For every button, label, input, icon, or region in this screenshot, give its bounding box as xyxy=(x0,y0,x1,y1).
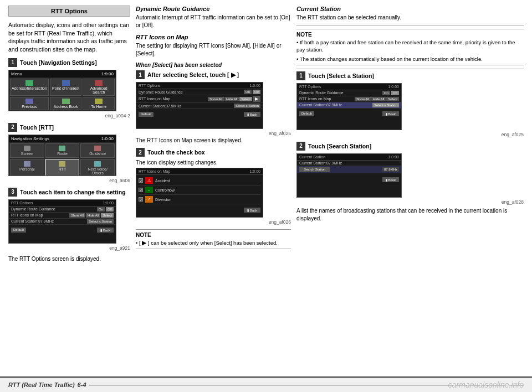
nav-settings-screen: Navigation Settings 1:0:00 Screen Route … xyxy=(8,135,116,176)
nav-item-address-book[interactable]: Address Book xyxy=(50,97,82,110)
mid-step1-cap: eng_af025 xyxy=(136,131,291,136)
controlflow-checkbox[interactable]: ✓ xyxy=(139,188,143,192)
right-show-all[interactable]: Show All xyxy=(355,97,371,101)
right-select-map[interactable]: Select xyxy=(386,97,399,101)
nav-setting-guidance[interactable]: Guidance xyxy=(80,143,115,158)
nav-setting-personal[interactable]: Personal xyxy=(10,159,44,176)
back-btn-left[interactable]: ▮ Back xyxy=(97,228,114,233)
right-divider-bottom xyxy=(296,69,524,69)
nav-item-address[interactable]: Address/Intersection xyxy=(10,79,49,96)
cs-freq: 87.9MHz xyxy=(382,167,399,172)
right-rtt-title: RTT Options xyxy=(299,85,321,89)
right-step2: 2 Touch [Search Station] Current Station… xyxy=(296,142,524,223)
rtt-row1-label: Dynamic Route Guidance xyxy=(11,207,97,211)
right-step2-cap: eng_af028 xyxy=(296,199,524,205)
cs-back-btn[interactable]: ▮ Book xyxy=(382,177,399,182)
content-area: RTT Options Automatic display, icons and… xyxy=(0,0,532,376)
diversion-icon: ↗ xyxy=(145,196,153,203)
rtt-off-btn[interactable]: Off xyxy=(106,207,114,212)
rtt-on-btn[interactable]: On xyxy=(97,207,105,212)
rtt-icons-title: RTT Icons on Map xyxy=(136,34,291,40)
left-step2-header: 2 Touch [RTT] xyxy=(8,123,130,132)
rtt-row1-mid: Dynamic Route Guidance xyxy=(139,90,244,94)
footer-page: 6-4 xyxy=(78,381,86,388)
watermark: carmanualsonline.info xyxy=(448,380,524,389)
mid-hide-all[interactable]: Hide All xyxy=(224,97,239,101)
right-step2-badge: 2 xyxy=(296,142,305,151)
step3-caption: eng_a921 xyxy=(8,245,130,251)
mid-arrow-btn[interactable]: ▶ xyxy=(253,96,260,102)
step2-caption: eng_a606 xyxy=(8,178,130,183)
mid-step1-label: After selecting Select, touch [ ▶ ] xyxy=(147,71,239,78)
nav-setting-route[interactable]: Route xyxy=(45,143,80,158)
cs-time: 1:0:00 xyxy=(388,155,399,159)
rtt-row2-label: RTT Icons on Map xyxy=(11,213,69,217)
left-column: RTT Options Automatic display, icons and… xyxy=(8,6,130,374)
mid-default-btn[interactable]: Default xyxy=(139,112,154,117)
right-select-station-btn[interactable]: Select a Station xyxy=(372,103,399,107)
step1-badge: 1 xyxy=(8,58,17,67)
default-btn-left[interactable]: Default xyxy=(11,228,26,233)
left-step2: 2 Touch [RTT] Navigation Settings 1:0:00… xyxy=(8,123,130,183)
nav-setting-screen[interactable]: Screen xyxy=(10,143,44,158)
rtt-icons-screen: RTT Options 1:0:00 Dynamic Route Guidanc… xyxy=(136,82,263,129)
mid-off-btn[interactable]: Off xyxy=(253,90,260,94)
nav-item-poi[interactable]: Point of Interest xyxy=(50,79,82,96)
step3-badge: 3 xyxy=(8,188,17,197)
mid-step2-cap: eng_af026 xyxy=(136,219,291,225)
diversion-checkbox[interactable]: ✓ xyxy=(139,197,143,202)
step2-label: Touch [RTT] xyxy=(20,124,54,131)
current-station-body: The RTT station can be selected manually… xyxy=(296,14,524,22)
map-icon-row-control: ✓ ↔ Controlflow xyxy=(139,185,260,195)
select-btn[interactable]: Select xyxy=(101,213,114,218)
accident-icon: ⚠ xyxy=(145,177,153,184)
map-icons-back-btn[interactable]: ▮ Back xyxy=(244,208,260,213)
hide-all-btn[interactable]: Hide All xyxy=(86,213,100,218)
nav-setting-rtt[interactable]: RTT xyxy=(45,159,80,176)
nav-menu-screen: Menu 1:9:00 Address/Intersection Point o… xyxy=(8,70,116,111)
right-step1-cap: eng_af025 xyxy=(296,132,524,137)
right-step2-header: 2 Touch [Search Station] xyxy=(296,142,524,151)
search-station-btn[interactable]: Search Station xyxy=(299,167,330,172)
controlflow-icon: ↔ xyxy=(145,187,153,193)
right-row2: RTT Icons on Map xyxy=(299,97,355,101)
cs-station-label: Current Station:87.9MHz xyxy=(299,161,399,165)
rtt-row2-mid: RTT Icons on Map xyxy=(139,97,208,101)
nav-item-search[interactable]: Advanced Search xyxy=(83,79,115,96)
rtt-opts-title-mid: RTT Options xyxy=(139,84,160,87)
rtt-options-header: RTT Options xyxy=(8,6,130,17)
right-step1-header: 1 Touch [Select a Station] xyxy=(296,71,524,80)
right-off-btn[interactable]: Off xyxy=(391,91,399,95)
middle-step2: 2 Touch the check box The icon display s… xyxy=(136,148,291,225)
middle-note-box: NOTE • [ ▶ ] can be selected only when [… xyxy=(136,229,291,249)
right-step1: 1 Touch [Select a Station] RTT Options 1… xyxy=(296,71,524,137)
map-icons-time: 1:0:00 xyxy=(250,169,260,173)
right-hide-all[interactable]: Hide All xyxy=(371,97,386,101)
mid-step1-body: The RTT Icons on Map screen is displayed… xyxy=(136,137,291,143)
right-note-bullet2: • The station changes automatically base… xyxy=(296,55,524,63)
right-on-btn[interactable]: On xyxy=(382,91,390,95)
step3-label: Touch each item to change the setting xyxy=(20,189,126,195)
mid-select[interactable]: Select xyxy=(239,97,252,101)
left-step1-header: 1 Touch [Navigation Settings] xyxy=(8,58,130,67)
mid-show-all[interactable]: Show All xyxy=(208,97,224,101)
accident-checkbox[interactable]: ✓ xyxy=(139,178,143,183)
right-default-btn[interactable]: Default xyxy=(299,111,314,116)
dynamic-route-body: Automatic Interrupt of RTT traffic infor… xyxy=(136,14,291,29)
when-selected-label: When [Select] has been selected xyxy=(136,62,291,68)
middle-step1-header: 1 After selecting Select, touch [ ▶ ] xyxy=(136,70,291,79)
nav-setting-voice[interactable]: Next Voice/ Others xyxy=(80,159,115,176)
footer-text: RTT (Real Time Traffic) xyxy=(8,381,75,388)
middle-note-label: NOTE xyxy=(136,232,291,238)
select-station-btn[interactable]: Select a Station xyxy=(87,219,114,224)
nav-item-previous[interactable]: Previous xyxy=(10,97,49,110)
middle-step1: 1 After selecting Select, touch [ ▶ ] RT… xyxy=(136,70,291,143)
mid-select-station[interactable]: Select a Station xyxy=(234,104,260,108)
mid-back-btn[interactable]: ▮ Back xyxy=(244,112,260,117)
right-row3: Current Station:87.9MHz xyxy=(299,103,372,107)
right-back-btn[interactable]: ▮ Book xyxy=(382,111,399,116)
nav-item-home[interactable]: To Home xyxy=(83,97,115,110)
mid-on-btn[interactable]: On xyxy=(244,90,252,94)
right-step1-label: Touch [Select a Station] xyxy=(308,73,374,79)
show-all-btn[interactable]: Show All xyxy=(69,213,85,218)
